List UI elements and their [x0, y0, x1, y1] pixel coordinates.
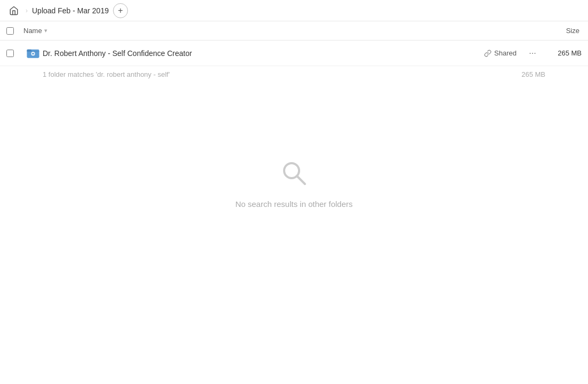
empty-message: No search results in other folders: [235, 199, 352, 209]
file-checkbox-container: [6, 50, 23, 57]
name-column-header[interactable]: Name ▾: [23, 27, 526, 35]
folder-link-icon: [26, 46, 40, 60]
name-column-label: Name: [23, 27, 42, 35]
home-button[interactable]: [6, 3, 21, 18]
size-column-header[interactable]: Size: [526, 27, 579, 35]
file-size: 265 MB: [544, 49, 582, 57]
svg-line-4: [297, 176, 305, 184]
add-button[interactable]: +: [113, 3, 128, 18]
match-info-row: 1 folder matches 'dr. robert anthony - s…: [0, 66, 588, 83]
select-all-checkbox[interactable]: [6, 27, 14, 35]
add-icon: +: [118, 6, 123, 15]
breadcrumb-separator: ›: [26, 7, 28, 14]
link-icon: [484, 50, 492, 57]
shared-indicator: Shared: [484, 49, 517, 57]
match-info-text: 1 folder matches 'dr. robert anthony - s…: [43, 70, 170, 78]
match-info-size: 265 MB: [521, 70, 545, 78]
select-all-checkbox-container: [6, 27, 23, 35]
size-column-label: Size: [566, 27, 579, 35]
file-row[interactable]: Dr. Robert Anthony - Self Confidence Cre…: [0, 41, 588, 66]
breadcrumb-title: Upload Feb - Mar 2019: [32, 6, 109, 15]
empty-search-icon: [278, 157, 310, 191]
sort-arrow-icon: ▾: [44, 27, 47, 34]
file-name: Dr. Robert Anthony - Self Confidence Cre…: [43, 49, 484, 58]
empty-state: No search results in other folders: [0, 157, 588, 209]
more-icon: ···: [529, 49, 536, 58]
breadcrumb-bar: › Upload Feb - Mar 2019 +: [0, 0, 588, 21]
more-options-button[interactable]: ···: [525, 46, 540, 61]
shared-label: Shared: [494, 49, 517, 57]
file-icon-container: [23, 46, 43, 60]
svg-rect-1: [27, 49, 31, 51]
file-checkbox[interactable]: [6, 50, 14, 57]
column-header-row: Name ▾ Size: [0, 21, 588, 41]
